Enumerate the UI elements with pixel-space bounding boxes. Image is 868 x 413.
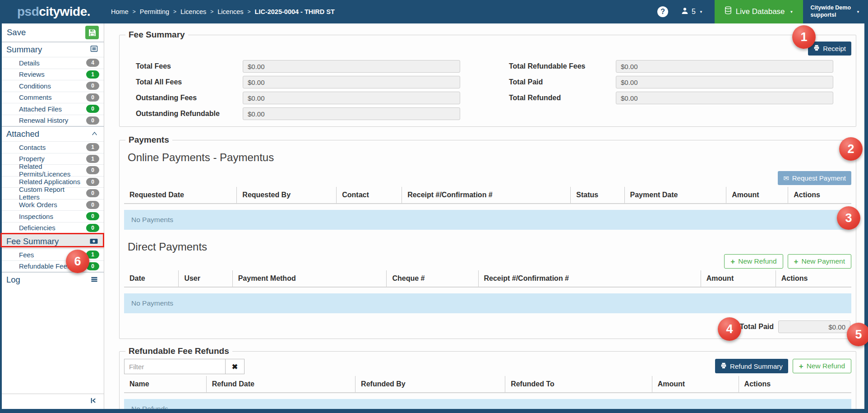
direct-payments-total-row: Total Paid [124,320,851,333]
sidebar-item-deficiencies[interactable]: Deficiencies 0 [2,222,104,234]
col-status: Status [571,187,624,204]
total-paid-input[interactable] [616,76,833,88]
sidebar-item-custom-report-letters[interactable]: Custom Report Letters 0 [2,187,104,199]
sidebar-section-log[interactable]: Log [2,272,104,287]
active-users-menu[interactable]: 5 ▼ [681,7,703,16]
item-label: Property [19,155,45,162]
chevron-down-icon: ▼ [856,10,860,14]
outstanding-fees-input[interactable] [243,92,460,104]
sidebar-save[interactable]: Save [2,23,104,42]
breadcrumb-permitting[interactable]: Permitting [140,8,169,15]
annotation-highlight-box [0,233,104,247]
count-badge: 0 [86,212,99,220]
live-database-button[interactable]: Live Database ▼ [715,0,803,23]
field-label: Total Fees [136,62,243,70]
top-navbar: psdcitywide. Home > Permitting > Licence… [0,0,868,23]
request-payment-button[interactable]: ✉ Request Payment [778,171,851,185]
section-label: Attached [6,129,39,139]
col-name: Name [124,376,206,393]
chevron-down-icon: ▼ [790,10,794,14]
count-badge: 1 [86,155,99,163]
total-all-fees-input[interactable] [243,76,460,88]
sidebar-item-inspections[interactable]: Inspections 0 [2,210,104,222]
left-sidebar: Save Summary Details 4 Reviews 1 Conditi… [0,23,104,409]
count-badge: 0 [86,105,99,113]
field-outstanding-refundable: Outstanding Refundable [136,107,460,120]
main-content: Fee Summary Receipt Total Fees Total All… [105,23,864,409]
request-payment-label: Request Payment [792,174,846,182]
item-label: Attached Files [19,105,62,113]
col-payment-date: Payment Date [624,187,726,204]
refund-summary-button[interactable]: Refund Summary [715,359,788,373]
fee-summary-toolbar: Receipt [124,42,851,56]
total-refundable-fees-input[interactable] [616,60,833,73]
sidebar-item-renewal-history[interactable]: Renewal History 0 [2,115,104,126]
field-label: Total All Fees [136,78,243,86]
item-label: Deficiencies [19,224,55,232]
sidebar-item-work-orders[interactable]: Work Orders 0 [2,199,104,211]
section-label: Log [6,275,20,285]
direct-payments-toolbar: + New Refund + New Payment [124,254,851,269]
new-payment-button[interactable]: + New Payment [788,254,851,269]
sidebar-section-attached[interactable]: Attached [2,126,104,141]
refunds-buttons: Refund Summary + New Refund [715,359,851,373]
outstanding-refundable-input[interactable] [243,107,460,120]
refunds-filter-input[interactable] [124,359,226,374]
direct-total-paid-input[interactable] [778,320,850,333]
col-actions: Actions [739,376,851,393]
count-badge: 0 [86,224,99,232]
item-label: Renewal History [19,116,68,124]
direct-payments-title: Direct Payments [128,241,851,253]
sidebar-collapse-button[interactable] [2,394,104,409]
receipt-button[interactable]: Receipt [808,42,851,56]
col-receipt-confirmation: Receipt #/Confirmation # [402,187,571,204]
sidebar-section-summary[interactable]: Summary [2,42,104,57]
sidebar-item-comments[interactable]: Comments 0 [2,92,104,103]
breadcrumb-licences-2[interactable]: Licences [217,8,243,15]
refunds-new-refund-button[interactable]: + New Refund [793,359,851,373]
chevron-down-icon: ▼ [699,10,703,14]
item-label: Related Permits/Licences [19,162,86,178]
sidebar-item-related-permits-licences[interactable]: Related Permits/Licences 0 [2,164,104,176]
sidebar-item-attached-files[interactable]: Attached Files 0 [2,103,104,115]
annotation-circle-5: 5 [847,323,868,346]
sidebar-item-reviews[interactable]: Reviews 1 [2,69,104,80]
window-right-edge [864,23,868,413]
field-label: Total Paid [509,78,616,86]
field-total-refunded: Total Refunded [509,92,833,104]
app-logo[interactable]: psdcitywide. [17,5,90,19]
fee-summary-section: Fee Summary Receipt Total Fees Total All… [119,30,856,127]
annotation-circle-6: 6 [66,250,89,273]
annotation-circle-2: 2 [839,137,863,161]
collapse-left-icon [90,397,97,406]
count-badge: 1 [86,70,99,79]
sidebar-item-details[interactable]: Details 4 [2,57,104,69]
total-refunded-input[interactable] [616,92,833,104]
account-menu[interactable]: Citywide Demo supportsl ▼ [803,5,868,19]
annotation-circle-4: 4 [718,317,741,341]
field-label: Outstanding Refundable [136,110,243,118]
col-refunded-by: Refunded By [356,376,505,393]
item-label: Work Orders [19,201,57,209]
breadcrumb-home[interactable]: Home [111,8,129,15]
sidebar-item-contacts[interactable]: Contacts 1 [2,141,104,153]
direct-payments-header-row: Date User Payment Method Cheque # Receip… [124,270,851,287]
new-refund-button[interactable]: + New Refund [724,254,783,269]
help-icon[interactable]: ? [657,6,668,17]
item-label: Reviews [19,70,45,78]
plus-icon: + [730,258,735,265]
refunds-header-row: Name Refund Date Refunded By Refunded To… [124,376,851,393]
refunds-legend: Refundable Fee Refunds [125,346,232,356]
field-total-paid: Total Paid [509,76,833,88]
clear-filter-button[interactable]: ✖ [226,359,245,374]
count-badge: 0 [86,82,99,90]
fee-summary-right-column: Total Refundable Fees Total Paid Total R… [509,60,833,120]
total-fees-input[interactable] [243,60,460,73]
breadcrumb-licences[interactable]: Licences [180,8,206,15]
sidebar-item-conditions[interactable]: Conditions 0 [2,80,104,92]
col-actions: Actions [776,270,851,287]
log-list-icon [91,275,98,285]
section-label: Summary [6,45,42,55]
field-total-refundable-fees: Total Refundable Fees [509,60,833,73]
col-requested-by: Requested By [237,187,337,204]
